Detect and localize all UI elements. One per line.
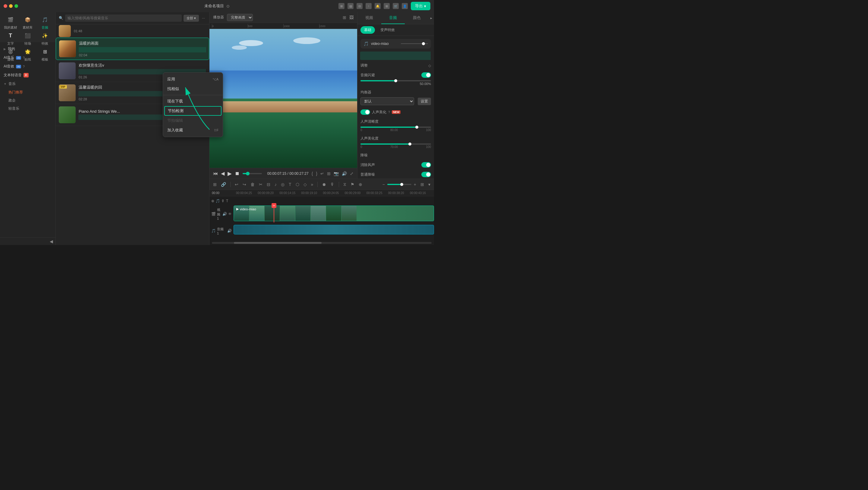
toolbar-library[interactable]: 📦 素材库 [20, 15, 36, 30]
video-clip[interactable]: ▶ video-miao [234, 206, 434, 221]
more-button[interactable]: ··· [201, 15, 206, 21]
tab-audio[interactable]: 音频 [381, 12, 405, 24]
add-audio-btn[interactable]: 🎵 [216, 199, 220, 203]
audio-duck-toggle[interactable] [421, 72, 431, 78]
close-button[interactable] [4, 4, 7, 8]
subtab-voice-fx[interactable]: 变声特效 [377, 26, 398, 34]
tl-text-btn[interactable]: T [287, 181, 293, 187]
titlebar-icon-7[interactable]: 🛒 [393, 3, 399, 9]
mark-in-icon[interactable]: { [312, 171, 313, 176]
subtab-basic[interactable]: 基础 [361, 26, 375, 34]
tl-join-btn[interactable]: ⊕ [358, 181, 364, 187]
scrollbar-thumb[interactable] [234, 242, 322, 244]
equalizer-select[interactable]: 默认 [361, 97, 414, 105]
video-track-volume-icon[interactable]: 🔊 [222, 212, 227, 216]
list-item[interactable]: 01:48 [56, 24, 209, 38]
tl-settings-btn[interactable]: ▾ [427, 181, 432, 187]
fullscreen-icon[interactable]: ⤢ [350, 171, 353, 176]
mark-out-icon[interactable]: } [316, 171, 317, 176]
nav-politics[interactable]: 政企 [0, 96, 56, 104]
search-input[interactable] [65, 14, 182, 22]
toolbar-audio[interactable]: 🎵 音频 [37, 15, 53, 30]
list-item[interactable]: 温暖的画面 02:04 [56, 38, 209, 60]
audio-track-volume-icon[interactable]: 🔊 [227, 229, 232, 233]
stop-button[interactable]: ⏹ [235, 171, 240, 176]
audio-duck-slider[interactable] [361, 80, 431, 81]
nav-hot-recommend[interactable]: 热门推荐 [0, 88, 56, 96]
basic-denoise-toggle[interactable] [421, 172, 431, 177]
audio-track-area[interactable] [234, 225, 434, 237]
collapse-button[interactable]: ◀ [50, 239, 53, 244]
zoom-out-btn[interactable]: − [381, 181, 386, 187]
context-beat-edit[interactable]: 节拍编辑 [163, 116, 223, 125]
titlebar-icon-2[interactable]: ▤ [347, 3, 353, 9]
tl-split-view-btn[interactable]: ⊞ [212, 181, 218, 187]
tl-delete-btn[interactable]: 🗑 [249, 181, 256, 187]
context-apply[interactable]: 应用 ⌥A [163, 74, 223, 84]
progress-bar[interactable] [243, 173, 262, 174]
tl-crop-btn[interactable]: ⊟ [266, 181, 272, 187]
filter-button[interactable]: 全部 ▾ [184, 15, 199, 22]
tl-redo-btn[interactable]: ↪ [241, 181, 247, 187]
quality-select[interactable]: 完整画质 [227, 14, 253, 21]
nav-music-section[interactable]: ▼ 音乐 [0, 80, 56, 88]
voice-enhance-toggle[interactable] [361, 110, 370, 115]
tl-group-btn[interactable]: ◎ [280, 181, 286, 187]
titlebar-icon-3[interactable]: ⊟ [356, 3, 363, 9]
minimize-button[interactable] [9, 4, 13, 8]
tl-cut-btn[interactable]: ✂ [258, 181, 264, 187]
image-icon[interactable]: 🖼 [349, 15, 353, 20]
context-add-fav[interactable]: 加入收藏 ⇧F [163, 125, 223, 135]
snapshot-icon[interactable]: 📷 [334, 171, 339, 176]
fullscreen-button[interactable] [14, 4, 18, 8]
grid-icon[interactable]: ⊞ [343, 15, 346, 20]
frame-back-button[interactable]: ◀ [221, 171, 224, 176]
play-button[interactable]: ▶ [227, 170, 232, 177]
tl-more-btn[interactable]: » [310, 181, 315, 187]
tl-undo-btn[interactable]: ↩ [234, 181, 240, 187]
tl-record-btn[interactable]: ⏺ [321, 181, 327, 187]
context-similar[interactable]: 找相似 [163, 84, 223, 94]
titlebar-icon-4[interactable]: ↑ [366, 3, 372, 9]
add-track-btn[interactable]: ⊕ [211, 199, 214, 203]
zoom-in-btn[interactable]: + [412, 181, 417, 187]
titlebar-icon-5[interactable]: 🔔 [375, 3, 381, 9]
add-text-btn[interactable]: T [226, 199, 228, 203]
equalizer-settings-button[interactable]: 设置 [418, 98, 431, 105]
titlebar-icon-1[interactable]: ⊞ [338, 3, 344, 9]
tl-audio-btn[interactable]: ♪ [273, 181, 278, 187]
remove-wind-toggle[interactable] [421, 162, 431, 167]
tl-voice-btn[interactable]: 🎙 [329, 181, 336, 187]
zoom-slider[interactable] [387, 184, 411, 185]
tl-kf-btn[interactable]: ◇ [302, 181, 308, 187]
tl-layout-btn[interactable]: ⊞ [419, 181, 425, 187]
audio-mute-icon[interactable]: 🔊 [342, 171, 347, 176]
tl-mask-btn[interactable]: ⬡ [294, 181, 301, 187]
display-icon[interactable]: ⊞ [327, 171, 331, 176]
insert-icon[interactable]: ↵ [320, 171, 324, 176]
tl-split-btn[interactable]: ⧖ [342, 181, 347, 187]
context-download[interactable]: 现在下载 [163, 96, 223, 106]
titlebar-icon-8[interactable]: 👤 [402, 3, 408, 9]
nav-ai-music[interactable]: AI音乐 AI ? [0, 53, 56, 62]
tl-magnetic-btn[interactable]: 🔗 [220, 181, 227, 187]
skip-back-button[interactable]: ⏮ [213, 171, 218, 176]
add-audio2-btn[interactable]: 🎙 [221, 199, 225, 203]
audio-clip[interactable] [234, 225, 434, 235]
toolbar-my-assets[interactable]: 🎬 我的素材 [3, 15, 19, 30]
nav-tts[interactable]: 文本转语音 新 [0, 71, 56, 80]
nav-light-music[interactable]: 轻音乐 [0, 104, 56, 113]
timeline-scrollbar[interactable] [212, 242, 432, 244]
tl-marker-btn[interactable]: ⚑ [349, 181, 355, 187]
tab-video[interactable]: 视频 [358, 12, 381, 24]
nav-mine[interactable]: ▶ 我的 [0, 44, 56, 53]
voice-enhance-level-slider[interactable] [361, 144, 431, 145]
export-button[interactable]: 导出 ▾ [411, 2, 430, 10]
more-tabs-button[interactable]: ▸ [429, 12, 434, 24]
video-track-eye-icon[interactable]: 👁 [228, 212, 232, 216]
tab-color[interactable]: 颜色 [405, 12, 429, 24]
nav-ai-sfx[interactable]: AI音效 AI ? [0, 62, 56, 71]
video-track-area[interactable]: ▶ video-miao [234, 206, 434, 222]
titlebar-icon-6[interactable]: ⊞ [384, 3, 390, 9]
context-beat-detect[interactable]: 节拍检测 [164, 106, 221, 116]
